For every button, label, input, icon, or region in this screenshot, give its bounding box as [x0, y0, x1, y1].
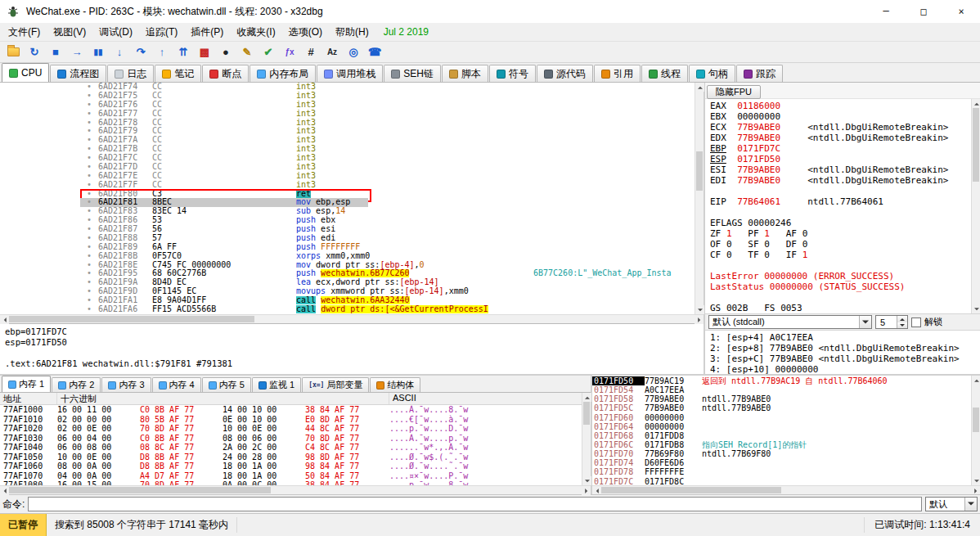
- register-line[interactable]: EBP 0171FD7C: [710, 143, 971, 154]
- register-line[interactable]: CF 0 TF 0 IF 1: [710, 250, 971, 260]
- scroll-track[interactable]: [695, 92, 704, 305]
- pause-button[interactable]: ▮▮: [88, 43, 108, 61]
- tab-struct[interactable]: 结构体: [370, 377, 420, 392]
- scroll-track[interactable]: [582, 402, 591, 476]
- register-line[interactable]: EBX 00000000: [710, 111, 971, 122]
- stack-row[interactable]: 0171FD5077B9AC19返回到 ntdll.77B9AC19 自 ntd…: [592, 376, 971, 385]
- hash-button[interactable]: #: [301, 43, 321, 61]
- command-input[interactable]: [28, 497, 922, 511]
- register-line[interactable]: EAX 01186000: [710, 101, 971, 111]
- disasm-row[interactable]: •6AD21F77CCint3: [0, 110, 695, 119]
- spinner-buttons[interactable]: [897, 316, 907, 328]
- tab-memory-5[interactable]: 内存 5: [202, 377, 251, 392]
- spin-down-icon[interactable]: [897, 322, 907, 329]
- tab-log[interactable]: 日志: [107, 65, 154, 82]
- scroll-down-icon[interactable]: [695, 305, 704, 314]
- stack-vscrollbar[interactable]: [971, 376, 980, 485]
- checks-button[interactable]: ✔: [258, 43, 278, 61]
- register-line[interactable]: ZF 1 PF 1 AF 0: [710, 228, 971, 239]
- stack-row[interactable]: 0171FD5C77B9ABE0ntdll.77B9ABE0: [592, 403, 971, 412]
- scroll-up-icon[interactable]: [695, 83, 704, 92]
- disassembly-hscrollbar[interactable]: [0, 314, 704, 323]
- scroll-up-icon[interactable]: [972, 376, 980, 385]
- restart-button[interactable]: ↻: [25, 43, 44, 61]
- unlock-checkbox[interactable]: [911, 318, 921, 327]
- scroll-track[interactable]: [601, 486, 971, 494]
- stack-row[interactable]: 0171FD7C0171FD8C: [592, 477, 971, 485]
- step-out-button[interactable]: ↑: [152, 43, 172, 61]
- minimize-button[interactable]: ─: [867, 0, 905, 23]
- text-case-button[interactable]: Az: [322, 43, 342, 61]
- dump-row[interactable]: 77AF104006 00 08 0008 8C AF 772A 00 2C 0…: [0, 443, 582, 453]
- register-line[interactable]: GS 002B FS 0053: [710, 303, 971, 313]
- dump-row[interactable]: 77AF102002 00 0E 0070 8D AF 7710 00 0E 0…: [0, 424, 582, 434]
- tab-source[interactable]: 源代码: [537, 65, 593, 82]
- function-button[interactable]: ƒx: [280, 43, 299, 61]
- register-line[interactable]: ESP 0171FD50: [710, 154, 971, 164]
- scroll-thumb[interactable]: [9, 487, 271, 493]
- disasm-row[interactable]: •6AD21F76CCint3: [0, 101, 695, 110]
- stack-row[interactable]: 0171FD6000000000: [592, 413, 971, 422]
- disasm-row[interactable]: •6AD21FA6FF15 ACD5566Bcall dword ptr ds:…: [0, 305, 695, 314]
- register-line[interactable]: EFLAGS 00000246: [710, 218, 971, 228]
- dump-hscrollbar[interactable]: [0, 485, 591, 494]
- stack-row[interactable]: 0171FD5877B9ABE0ntdll.77B9ABE0: [592, 394, 971, 403]
- argument-row[interactable]: 1: [esp+4] A0C17EEA: [710, 332, 980, 343]
- scroll-track[interactable]: [9, 315, 695, 323]
- maximize-button[interactable]: □: [905, 0, 942, 23]
- tab-handles[interactable]: 句柄: [689, 65, 735, 82]
- calling-convention-select[interactable]: 默认 (stdcall): [708, 315, 872, 329]
- spin-up-icon[interactable]: [897, 316, 907, 322]
- tab-memory-4[interactable]: 内存 4: [152, 377, 201, 392]
- disassembly-vscrollbar[interactable]: [695, 83, 704, 314]
- annotate-button[interactable]: ✎: [237, 43, 257, 61]
- scroll-track[interactable]: [972, 108, 980, 304]
- close-button[interactable]: ×: [942, 0, 980, 23]
- register-line[interactable]: ESI 77B9ABE0 <ntdll.DbgUiRemoteBreakin>: [710, 164, 971, 175]
- disasm-row[interactable]: •6AD21F7FCCint3: [0, 181, 695, 190]
- menu-item[interactable]: 插件(P): [184, 23, 230, 42]
- scroll-left-icon[interactable]: [0, 315, 9, 324]
- register-line[interactable]: ECX 77B9ABE0 <ntdll.DbgUiRemoteBreakin>: [710, 122, 971, 133]
- dump-vscrollbar[interactable]: [582, 393, 591, 485]
- tab-notes[interactable]: 笔记: [155, 65, 201, 82]
- argument-row[interactable]: 3: [esp+C] 77B9ABE0 <ntdll.DbgUiRemoteBr…: [710, 354, 980, 364]
- scroll-thumb[interactable]: [9, 316, 254, 322]
- scroll-thumb[interactable]: [973, 408, 979, 432]
- scroll-up-icon[interactable]: [972, 99, 980, 108]
- dump-row[interactable]: 77AF103006 00 04 00C0 8B AF 7708 00 06 0…: [0, 434, 582, 444]
- tab-watch-1[interactable]: 监视 1: [252, 377, 301, 392]
- scroll-track[interactable]: [972, 385, 980, 476]
- disasm-row[interactable]: •6AD21F896A FFpush FFFFFFFF: [0, 243, 695, 252]
- menu-item[interactable]: 追踪(T): [139, 23, 184, 42]
- tab-graph[interactable]: 流程图: [50, 65, 106, 82]
- scroll-down-icon[interactable]: [582, 476, 591, 485]
- stack-row[interactable]: 0171FD6400000000: [592, 422, 971, 431]
- arg-count-spinner[interactable]: 5: [875, 315, 908, 329]
- register-line[interactable]: EDI 77B9ABE0 <ntdll.DbgUiRemoteBreakin>: [710, 175, 971, 186]
- tab-locals[interactable]: [x=]局部变量: [302, 377, 369, 392]
- open-file-button[interactable]: [3, 43, 23, 61]
- scroll-thumb[interactable]: [973, 108, 979, 182]
- run-button[interactable]: →: [67, 43, 87, 61]
- tab-memory-2[interactable]: 内存 2: [52, 377, 101, 392]
- tab-trace[interactable]: 跟踪: [736, 65, 783, 82]
- tab-cpu[interactable]: CPU: [2, 63, 49, 82]
- tab-call-stack[interactable]: 调用堆栈: [317, 65, 383, 82]
- menu-item[interactable]: 调试(D): [92, 23, 139, 42]
- scroll-down-icon[interactable]: [972, 476, 980, 485]
- register-line[interactable]: OF 0 SF 0 DF 0: [710, 239, 971, 250]
- tab-symbols[interactable]: 符号: [489, 65, 536, 82]
- dump-row[interactable]: 77AF105010 00 0E 00D8 8B AF 7724 00 28 0…: [0, 453, 582, 462]
- register-line[interactable]: [710, 186, 971, 196]
- tab-script[interactable]: 脚本: [442, 65, 488, 82]
- hide-fpu-button[interactable]: 隐藏FPU: [707, 85, 761, 99]
- disasm-row[interactable]: •6AD21F8B0F57C0xorps xmm0,xmm0: [0, 252, 695, 261]
- scroll-track[interactable]: [9, 486, 582, 494]
- scroll-right-icon[interactable]: [971, 486, 980, 494]
- register-line[interactable]: [710, 292, 971, 303]
- tab-breakpoints[interactable]: 断点: [202, 65, 249, 82]
- patches-button[interactable]: ▩: [195, 43, 214, 61]
- scroll-thumb[interactable]: [583, 402, 590, 425]
- tab-memory-3[interactable]: 内存 3: [101, 377, 151, 392]
